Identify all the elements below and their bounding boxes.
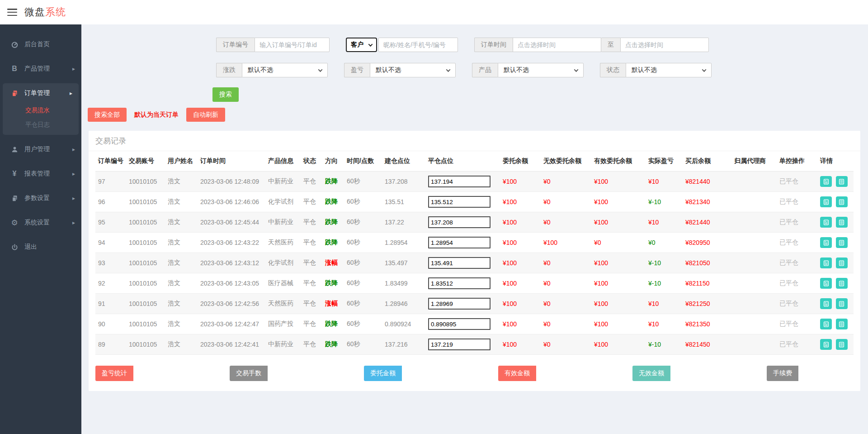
cell-agent [731,192,777,212]
sidebar-subitem-label: 平仓日志 [25,121,50,129]
detail-form-button[interactable] [820,176,832,187]
customer-type-select[interactable]: 客户 [346,38,377,52]
search-all-button[interactable]: 搜索全部 [88,108,127,122]
cell-control: 已平仓 [777,172,817,192]
sidebar-item-label: 后台首页 [24,40,75,48]
cell-after-balance: ¥821440 [683,212,731,233]
sidebar-item-report[interactable]: ¥ 报表管理 ▸ [0,164,81,184]
close-price-input[interactable] [428,277,491,289]
detail-list-button[interactable] [836,298,848,309]
actions-row: 搜索全部 默认为当天订单 自动刷新 [88,108,868,122]
detail-list-button[interactable] [836,278,848,289]
detail-form-button[interactable] [820,258,832,268]
chevron-right-icon: ▸ [72,195,75,201]
cell-detail [817,294,854,314]
summary-invalid: 无效金额 [632,366,726,381]
status-select[interactable]: 默认不选 [626,63,712,77]
close-price-input[interactable] [428,176,491,187]
trade-records-card: 交易记录 订单编号 交易账号 [89,131,860,391]
product-select[interactable]: 默认不选 [498,63,584,77]
cell-account: 10010105 [126,233,165,253]
list-icon [839,179,844,185]
sidebar-subitem-trade-flow[interactable]: 交易流水 [3,103,79,118]
detail-list-button[interactable] [836,217,848,228]
filter-panel: 订单编号 客户 订单时间 至 [216,38,868,77]
detail-list-button[interactable] [836,339,848,350]
cell-open-point: 135.51 [382,192,425,212]
search-button[interactable]: 搜索 [212,87,239,102]
cell-status: 平仓 [301,314,322,334]
col-valid-entrust: 有效委托余额 [591,151,646,172]
time-end-input[interactable] [620,38,709,52]
detail-list-button[interactable] [836,319,848,329]
cell-agent [731,334,777,355]
cell-order-time: 2023-03-06 12:45:44 [198,212,265,233]
sidebar-subitem-close-log[interactable]: 平仓日志 [3,118,79,132]
sidebar-item-order[interactable]: 订单管理 ▸ [3,83,79,103]
chevron-right-icon: ▸ [72,146,75,153]
table-row: 96 10010105 浩文 2023-03-06 12:46:06 化学试剂 … [95,192,854,212]
sidebar-item-home[interactable]: 后台首页 [0,34,81,54]
sidebar-group-order: 订单管理 ▸ 交易流水 平仓日志 [3,83,79,135]
cell-agent [731,212,777,233]
hamburger-menu-icon[interactable] [7,9,17,16]
summary-entrust: 委托金额 [364,366,457,381]
updown-select[interactable]: 默认不选 [242,63,328,77]
summary-lots-label: 交易手数 [230,366,268,381]
cell-invalid-entrust: ¥0 [541,334,591,355]
detail-form-button[interactable] [820,278,832,289]
customer-input[interactable] [378,38,458,52]
close-price-input[interactable] [428,257,491,269]
close-price-input[interactable] [428,318,491,330]
order-no-input[interactable] [255,38,330,52]
logo-text-primary: 微盘 [24,6,45,18]
card-title: 交易记录 [89,131,860,151]
time-start-input[interactable] [513,38,601,52]
detail-list-button[interactable] [836,176,848,187]
table-row: 94 10010105 浩文 2023-03-06 12:43:22 天然医药 … [95,233,854,253]
cell-invalid-entrust: ¥0 [541,273,591,294]
sidebar-item-product[interactable]: B 产品管理 ▸ [0,59,81,79]
list-icon [839,281,844,286]
close-price-input[interactable] [428,216,491,228]
detail-form-button[interactable] [820,339,832,350]
sidebar-item-system[interactable]: ⚙ 系统设置 ▸ [0,213,81,233]
cell-actual-pl: ¥-10 [646,192,683,212]
cell-entrust-balance: ¥100 [500,233,541,253]
detail-form-button[interactable] [820,298,832,309]
profit-loss-select[interactable]: 默认不选 [370,63,456,77]
cell-invalid-entrust: ¥0 [541,192,591,212]
summary-row: 盈亏统计 交易手数 委托金额 有效金额 [95,366,854,381]
summary-fee-value [798,366,854,381]
logo-text-accent: 系统 [45,6,66,18]
cell-order-no: 96 [95,192,126,212]
sidebar-item-logout[interactable]: 退出 [0,237,81,257]
col-open-point: 建仓点位 [382,151,425,172]
auto-refresh-button[interactable]: 自动刷新 [186,108,225,122]
detail-form-button[interactable] [820,237,832,248]
detail-form-button[interactable] [820,196,832,207]
sidebar-item-param[interactable]: 参数设置 ▸ [0,188,81,208]
user-icon [10,146,19,153]
detail-form-button[interactable] [820,217,832,228]
table-row: 93 10010105 浩文 2023-03-06 12:43:12 化学试剂 … [95,253,854,273]
close-price-input[interactable] [428,237,491,248]
sidebar-item-label: 退出 [24,243,75,251]
close-price-input[interactable] [428,339,491,350]
summary-lots-value [268,366,323,381]
cell-direction: 跌降 [322,212,344,233]
col-close-point: 平仓点位 [425,151,500,172]
col-detail: 详情 [817,151,854,172]
filter-order-no: 订单编号 [216,38,330,52]
close-price-input[interactable] [428,298,491,310]
detail-list-button[interactable] [836,196,848,207]
close-price-input[interactable] [428,196,491,208]
cell-order-time: 2023-03-06 12:42:56 [198,294,265,314]
detail-list-button[interactable] [836,237,848,248]
cell-open-point: 0.890924 [382,314,425,334]
updown-label: 涨跌 [216,63,242,77]
cell-close-point [425,212,500,233]
detail-form-button[interactable] [820,319,832,329]
sidebar-item-user[interactable]: 用户管理 ▸ [0,139,81,159]
detail-list-button[interactable] [836,258,848,268]
